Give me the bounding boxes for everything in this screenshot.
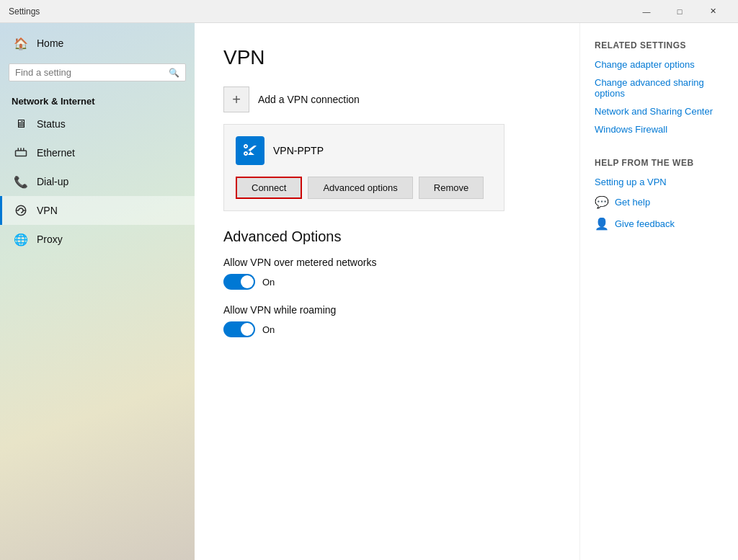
change-advanced-sharing-link[interactable]: Change advanced sharing options [595, 77, 724, 99]
titlebar-title: Settings [9, 6, 630, 17]
content-area: VPN + Add a VPN connection VPN-PPTP C [195, 23, 738, 560]
advanced-options-title: Advanced Options [223, 228, 551, 245]
setting-up-vpn-link[interactable]: Setting up a VPN [595, 177, 724, 187]
minimize-button[interactable]: — [630, 0, 663, 23]
give-feedback-label: Give feedback [615, 218, 675, 229]
maximize-button[interactable]: □ [663, 0, 696, 23]
search-input[interactable] [15, 67, 169, 78]
sidebar-vpn-label: VPN [37, 205, 58, 216]
titlebar-controls: — □ ✕ [630, 0, 729, 23]
sidebar-ethernet-label: Ethernet [37, 147, 75, 159]
help-section: Help from the web Setting up a VPN 💬 Get… [595, 158, 724, 231]
status-icon: 🖥 [14, 117, 28, 131]
remove-button[interactable]: Remove [419, 177, 484, 199]
sidebar-item-home[interactable]: 🏠 Home [0, 29, 195, 58]
sidebar-item-ethernet[interactable]: Ethernet [0, 138, 195, 167]
network-sharing-center-link[interactable]: Network and Sharing Center [595, 106, 724, 117]
add-vpn-icon: + [223, 86, 249, 112]
sidebar-dialup-label: Dial-up [37, 176, 68, 187]
main-content: VPN + Add a VPN connection VPN-PPTP C [195, 23, 579, 560]
change-adapter-options-link[interactable]: Change adapter options [595, 59, 724, 70]
svg-rect-0 [16, 151, 27, 156]
dialup-icon: 📞 [14, 174, 28, 189]
app-body: 🏠 Home 🔍 Network & Internet 🖥 Status [0, 23, 738, 560]
sidebar-item-status[interactable]: 🖥 Status [0, 110, 195, 138]
toggle-roaming: Allow VPN while roaming On [223, 304, 551, 337]
sidebar: 🏠 Home 🔍 Network & Internet 🖥 Status [0, 23, 195, 560]
toggle-metered-networks: Allow VPN over metered networks On [223, 257, 551, 290]
windows-firewall-link[interactable]: Windows Firewall [595, 124, 724, 135]
vpn-icon [14, 203, 28, 218]
vpn-card: VPN-PPTP Connect Advanced options Remove [223, 124, 504, 211]
toggle2-state: On [262, 324, 275, 335]
vpn-connection-name: VPN-PPTP [273, 145, 324, 156]
add-vpn-label: Add a VPN connection [258, 94, 360, 105]
sidebar-item-vpn[interactable]: VPN [0, 196, 195, 225]
proxy-icon: 🌐 [14, 232, 28, 246]
toggle1-label: Allow VPN over metered networks [223, 257, 551, 268]
toggle2-switch[interactable] [223, 321, 255, 337]
sidebar-status-label: Status [37, 118, 66, 130]
search-icon: 🔍 [169, 68, 179, 78]
get-help-item[interactable]: 💬 Get help [595, 195, 724, 209]
toggle1-switch[interactable] [223, 274, 255, 290]
sidebar-proxy-label: Proxy [37, 234, 63, 245]
page-title: VPN [223, 46, 551, 69]
vpn-card-header: VPN-PPTP [236, 136, 492, 165]
related-settings-title: Related settings [595, 40, 724, 50]
vpn-scissors-icon [241, 142, 259, 159]
right-panel: Related settings Change adapter options … [579, 23, 738, 560]
close-button[interactable]: ✕ [696, 0, 729, 23]
sidebar-item-proxy[interactable]: 🌐 Proxy [0, 225, 195, 254]
give-feedback-item[interactable]: 👤 Give feedback [595, 216, 724, 231]
sidebar-item-dialup[interactable]: 📞 Dial-up [0, 167, 195, 196]
vpn-card-icon [236, 136, 264, 165]
get-help-label: Get help [615, 197, 650, 208]
titlebar: Settings — □ ✕ [0, 0, 738, 23]
help-from-web-title: Help from the web [595, 158, 724, 168]
toggle1-state: On [262, 277, 275, 288]
sidebar-home-label: Home [37, 37, 63, 49]
connect-button[interactable]: Connect [236, 177, 302, 199]
search-box: 🔍 [9, 63, 186, 81]
add-vpn-row[interactable]: + Add a VPN connection [223, 86, 551, 112]
sidebar-section-label: Network & Internet [0, 90, 195, 110]
toggle2-label: Allow VPN while roaming [223, 304, 551, 316]
home-icon: 🏠 [14, 36, 28, 50]
get-help-icon: 💬 [595, 195, 609, 209]
ethernet-icon [14, 146, 28, 160]
advanced-options-button[interactable]: Advanced options [308, 177, 412, 199]
give-feedback-icon: 👤 [595, 216, 609, 231]
vpn-card-buttons: Connect Advanced options Remove [236, 177, 492, 199]
